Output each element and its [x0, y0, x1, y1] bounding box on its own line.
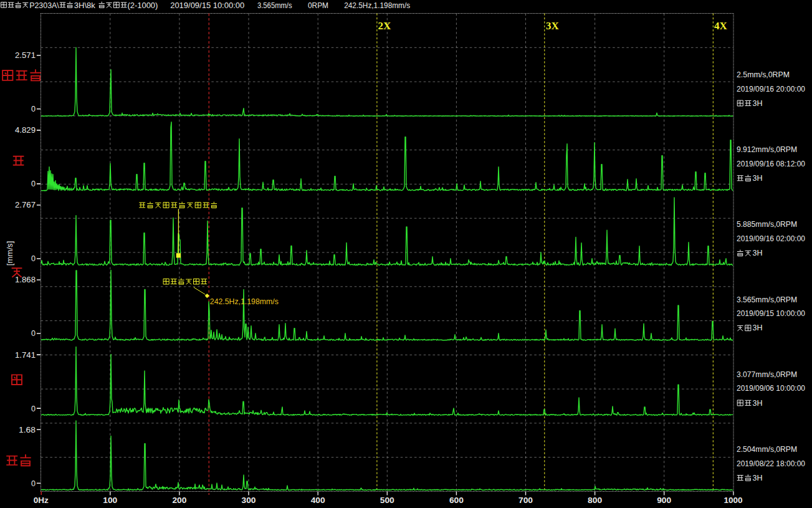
svg-text:2019/09/15 10:00:00: 2019/09/15 10:00:00: [170, 1, 244, 10]
svg-text:1.68: 1.68: [19, 425, 36, 434]
svg-text:2.5mm/s,0RPM: 2.5mm/s,0RPM: [737, 70, 790, 79]
svg-text:3H: 3H: [753, 473, 763, 482]
svg-text:0RPM: 0RPM: [308, 1, 328, 10]
svg-text:3H: 3H: [753, 398, 763, 408]
svg-text:400: 400: [311, 496, 325, 505]
svg-text:1.868: 1.868: [15, 275, 36, 284]
svg-text:3H: 3H: [753, 248, 763, 257]
svg-text:4X: 4X: [714, 20, 728, 32]
svg-text:1000: 1000: [724, 496, 743, 505]
svg-text:2019/09/16 20:00:00: 2019/09/16 20:00:00: [737, 84, 805, 93]
svg-text:[mm/s]: [mm/s]: [5, 241, 14, 266]
svg-text:3.565mm/s: 3.565mm/s: [257, 1, 292, 10]
svg-text:500: 500: [380, 496, 394, 505]
svg-text:3.077mm/s,0RPM: 3.077mm/s,0RPM: [737, 370, 797, 379]
svg-text:4.829: 4.829: [15, 125, 36, 135]
svg-text:2X: 2X: [378, 20, 392, 32]
svg-text:0: 0: [31, 479, 36, 488]
svg-text:2019/09/15 10:00:00: 2019/09/15 10:00:00: [737, 309, 805, 318]
svg-text:0: 0: [31, 328, 36, 338]
svg-text:P2303A\: P2303A\: [29, 1, 59, 10]
svg-text:0: 0: [31, 254, 36, 263]
svg-text:1.741: 1.741: [15, 350, 36, 360]
svg-text:9.912mm/s,0RPM: 9.912mm/s,0RPM: [737, 145, 797, 154]
svg-text:3H: 3H: [753, 98, 763, 108]
svg-text:2019/08/22 18:00:00: 2019/08/22 18:00:00: [737, 459, 805, 468]
svg-text:2019/09/16 08:12:00: 2019/09/16 08:12:00: [737, 159, 805, 168]
svg-text:242.5Hz,1.198mm/s: 242.5Hz,1.198mm/s: [344, 1, 410, 10]
svg-text:3H: 3H: [753, 173, 763, 183]
svg-text:0: 0: [31, 404, 36, 413]
svg-text:3H: 3H: [753, 323, 763, 332]
svg-text:2.571: 2.571: [15, 50, 36, 60]
svg-text:700: 700: [518, 496, 533, 505]
svg-text:800: 800: [588, 496, 602, 505]
svg-text:3H\8k: 3H\8k: [74, 1, 95, 10]
svg-text:2.504mm/s,0RPM: 2.504mm/s,0RPM: [737, 444, 797, 454]
svg-text:0: 0: [31, 179, 36, 188]
svg-text:242.5Hz,1.198mm/s: 242.5Hz,1.198mm/s: [210, 297, 279, 306]
svg-text:0Hz: 0Hz: [34, 496, 49, 505]
svg-text:2019/09/06 10:00:00: 2019/09/06 10:00:00: [737, 383, 805, 393]
svg-text:600: 600: [449, 496, 464, 505]
svg-text:2019/09/16 02:00:00: 2019/09/16 02:00:00: [737, 234, 805, 243]
svg-text:3.565mm/s,0RPM: 3.565mm/s,0RPM: [737, 295, 797, 304]
svg-text:3X: 3X: [546, 20, 560, 32]
svg-text:200: 200: [172, 496, 186, 505]
svg-text:(2-1000): (2-1000): [127, 1, 158, 10]
svg-text:100: 100: [103, 496, 117, 505]
svg-text:5.885mm/s,0RPM: 5.885mm/s,0RPM: [737, 219, 797, 229]
svg-text:0: 0: [31, 104, 36, 113]
svg-text:900: 900: [657, 496, 671, 505]
svg-text:300: 300: [242, 496, 256, 505]
svg-text:2.767: 2.767: [15, 200, 36, 209]
